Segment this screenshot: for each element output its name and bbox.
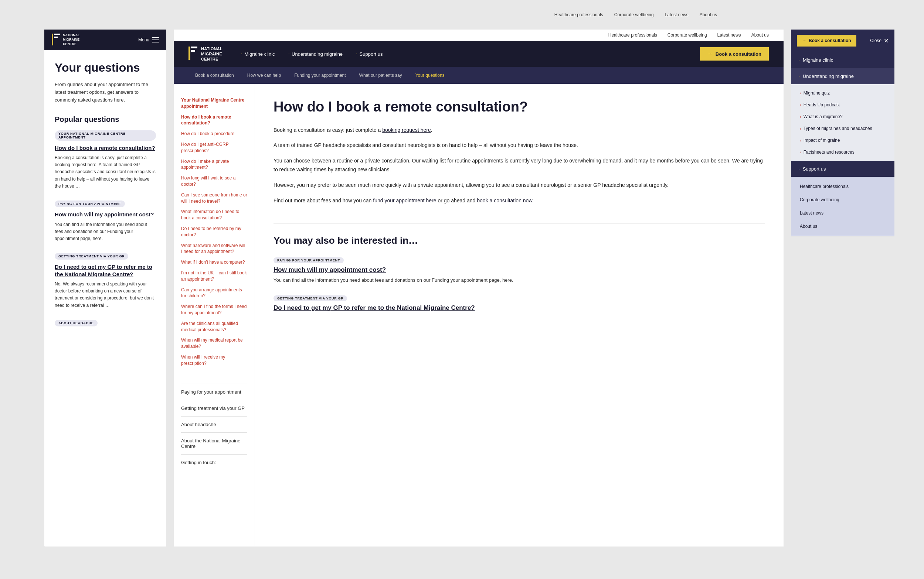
center-logo-icon <box>189 47 197 61</box>
dot-icon-3: · <box>356 51 358 57</box>
util-center-news[interactable]: Latest news <box>717 33 741 38</box>
content-area: Your National Migraine Centre appointmen… <box>174 84 784 546</box>
toc-section-gp[interactable]: Getting treatment via your GP <box>181 400 247 416</box>
toc-item-15[interactable]: Are the clinicians all qualified medical… <box>181 318 247 335</box>
right-nav-label-1: Migraine clinic <box>803 57 833 63</box>
badge-gp-1: GETTING TREATMENT VIA YOUR GP <box>55 253 128 260</box>
question-block-2: PAYING FOR YOUR APPOINTMENT How much wil… <box>55 200 156 242</box>
support-link-corporate[interactable]: Corporate wellbeing <box>791 193 894 206</box>
related-card-title-2[interactable]: Do I need to get my GP to refer me to th… <box>274 304 765 312</box>
booking-request-link[interactable]: booking request here <box>382 127 431 133</box>
toc-item-4[interactable]: How do I get anti-CGRP prescriptions? <box>181 139 247 156</box>
right-nav-migraine-clinic[interactable]: · Migraine clinic <box>791 52 894 68</box>
book-consultation-button[interactable]: → Book a consultation <box>700 47 769 61</box>
page-wrapper: National Migraine Centre Menu Your quest… <box>0 0 924 579</box>
subnav-funding[interactable]: Funding your appointment <box>287 67 352 84</box>
cta-label: Book a consultation <box>716 51 762 57</box>
svg-rect-0 <box>52 34 53 46</box>
sub-nav: Book a consultation How we can help Fund… <box>174 67 784 84</box>
dot-icon-2: · <box>288 51 290 57</box>
nav-link-label-1: Migraine clinic <box>244 51 275 57</box>
related-section: You may also be interested in… Paying fo… <box>274 223 765 312</box>
sub-item-quiz[interactable]: › Migraine quiz <box>791 87 894 99</box>
toc-section-headache[interactable]: About headache <box>181 416 247 432</box>
right-panel-header: → Book a consultation Close ✕ <box>791 29 894 52</box>
toc-item-5[interactable]: How do I make a private appointment? <box>181 156 247 173</box>
right-dot-2: · <box>798 73 800 79</box>
nav-link-understanding[interactable]: · Understanding migraine <box>288 51 343 57</box>
related-title: You may also be interested in… <box>274 235 765 246</box>
article-main: How do I book a remote consultation? Boo… <box>255 84 784 546</box>
toc-section-about[interactable]: About the National Migraine Centre <box>181 432 247 454</box>
badge-appointment-1: YOUR NATIONAL MIGRAINE CENTRE APPOINTMEN… <box>55 130 156 141</box>
toc-item-13[interactable]: Can you arrange appointments for childre… <box>181 285 247 302</box>
right-dot-1: · <box>798 57 800 63</box>
right-cta-arrow: → <box>802 38 806 43</box>
util-center-corporate[interactable]: Corporate wellbeing <box>668 33 707 38</box>
chevron-icon-4: › <box>800 126 801 131</box>
right-panel: → Book a consultation Close ✕ · Migraine… <box>791 29 894 236</box>
left-logo-text: National Migraine Centre <box>63 33 80 46</box>
center-logo: National Migraine Centre <box>189 46 223 62</box>
article-para-4: However, you may prefer to be seen much … <box>274 181 765 190</box>
related-card-title-1[interactable]: How much will my appointment cost? <box>274 266 765 274</box>
understanding-sub-items: › Migraine quiz › Heads Up podcast › Wha… <box>791 84 894 161</box>
badge-paying-1: PAYING FOR YOUR APPOINTMENT <box>55 201 125 207</box>
right-panel-close-button[interactable]: Close ✕ <box>870 37 888 44</box>
question-link-3[interactable]: Do I need to get my GP to refer me to th… <box>55 263 156 278</box>
right-nav-label-3: Support us <box>803 166 826 172</box>
toc-item-16[interactable]: When will my medical report be available… <box>181 335 247 352</box>
toc-item-3[interactable]: How do I book a procedure <box>181 129 247 139</box>
article-para-1: Booking a consultation is easy: just com… <box>274 126 765 135</box>
mobile-menu-button[interactable]: Menu <box>138 37 159 43</box>
utility-links: Healthcare professionals Corporate wellb… <box>555 12 717 17</box>
right-panel-book-button[interactable]: → Book a consultation <box>797 35 857 47</box>
toc-item-8[interactable]: What information do I need to book a con… <box>181 206 247 223</box>
sub-item-types[interactable]: › Types of migraines and headaches <box>791 123 894 134</box>
left-panel-intro: From queries about your appointment to t… <box>55 81 156 104</box>
support-link-healthcare[interactable]: Healthcare professionals <box>791 180 894 193</box>
util-link-about[interactable]: About us <box>700 12 717 17</box>
toc-item-1[interactable]: Your National Migraine Centre appointmen… <box>181 95 247 112</box>
toc-item-2[interactable]: How do I book a remote consultation? <box>181 112 247 129</box>
sub-item-what-is[interactable]: › What is a migraine? <box>791 111 894 123</box>
support-link-news[interactable]: Latest news <box>791 206 894 220</box>
right-nav-understanding[interactable]: · Understanding migraine <box>791 68 894 84</box>
question-link-2[interactable]: How much will my appointment cost? <box>55 211 156 218</box>
subnav-how[interactable]: How we can help <box>241 67 287 84</box>
util-center-about[interactable]: About us <box>752 33 769 38</box>
sub-item-podcast[interactable]: › Heads Up podcast <box>791 99 894 111</box>
util-link-corporate[interactable]: Corporate wellbeing <box>614 12 654 17</box>
nav-link-support[interactable]: · Support us <box>356 51 382 57</box>
util-link-healthcare[interactable]: Healthcare professionals <box>555 12 603 17</box>
toc-item-6[interactable]: How long will I wait to see a doctor? <box>181 173 247 190</box>
sub-item-factsheets[interactable]: › Factsheets and resources <box>791 146 894 158</box>
subnav-book[interactable]: Book a consultation <box>189 67 241 84</box>
support-link-about[interactable]: About us <box>791 220 894 233</box>
sub-item-impact[interactable]: › Impact of migraine <box>791 134 894 146</box>
nav-link-label-3: Support us <box>359 51 383 57</box>
toc-item-11[interactable]: What if I don't have a computer? <box>181 257 247 268</box>
toc-item-7[interactable]: Can I see someone from home or will I ne… <box>181 190 247 207</box>
toc-item-14[interactable]: Where can I find the forms I need for my… <box>181 301 247 318</box>
svg-rect-1 <box>54 34 60 35</box>
toc-item-10[interactable]: What hardware and software will I need f… <box>181 240 247 257</box>
question-link-1[interactable]: How do I book a remote consultation? <box>55 144 156 152</box>
toc-section-paying[interactable]: Paying for your appointment <box>181 384 247 400</box>
subnav-questions[interactable]: Your questions <box>409 67 451 84</box>
toc-item-17[interactable]: When will I receive my prescription? <box>181 352 247 369</box>
toc-item-12[interactable]: I'm not in the UK – can I still book an … <box>181 268 247 285</box>
book-now-link[interactable]: book a consultation now <box>477 198 532 203</box>
fund-appointment-link[interactable]: fund your appointment here <box>373 198 436 203</box>
util-center-healthcare[interactable]: Healthcare professionals <box>608 33 657 38</box>
toc-item-9[interactable]: Do I need to be referred by my doctor? <box>181 223 247 240</box>
support-sub-links: Healthcare professionals Corporate wellb… <box>791 177 894 236</box>
util-link-news[interactable]: Latest news <box>665 12 689 17</box>
toc-section-contact[interactable]: Getting in touch: <box>181 454 247 470</box>
nav-link-migraine-clinic[interactable]: · Migraine clinic <box>241 51 275 57</box>
right-nav-support[interactable]: · Support us <box>791 161 894 177</box>
close-icon: ✕ <box>884 37 888 44</box>
subnav-patients[interactable]: What our patients say <box>353 67 409 84</box>
center-panel: Healthcare professionals Corporate wellb… <box>174 29 784 546</box>
right-nav-label-2: Understanding migraine <box>803 74 854 79</box>
